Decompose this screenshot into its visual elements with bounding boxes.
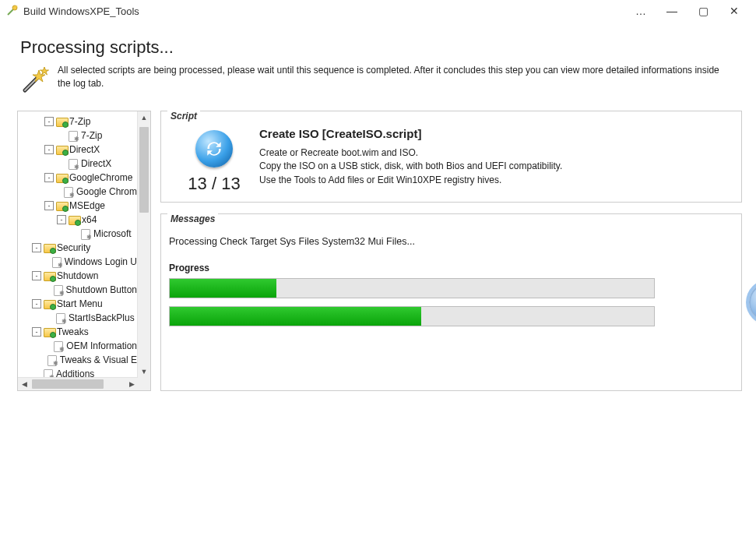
tree-item-label: 7-Zip xyxy=(81,130,102,141)
tree-item[interactable]: -Start Menu xyxy=(18,297,137,311)
folder-icon xyxy=(44,243,55,252)
tree-item[interactable]: Windows Login U xyxy=(18,255,137,269)
scroll-down-arrow-icon[interactable]: ▼ xyxy=(138,365,150,378)
tree-item[interactable]: -DirectX xyxy=(18,143,137,157)
maximize-button[interactable]: ▢ xyxy=(687,2,719,20)
scroll-left-arrow-icon[interactable]: ◀ xyxy=(18,380,30,388)
refresh-arrows-icon xyxy=(195,130,233,167)
folder-icon xyxy=(44,271,55,280)
tree-item-label: Security xyxy=(57,242,90,253)
collapse-toggle-icon[interactable]: - xyxy=(44,173,54,182)
folder-icon xyxy=(56,117,67,126)
collapse-toggle-icon[interactable]: - xyxy=(32,327,41,337)
scroll-up-arrow-icon[interactable]: ▲ xyxy=(138,111,150,124)
current-message: Processing Check Target Sys Files System… xyxy=(169,236,733,247)
tree-item[interactable]: -x64 xyxy=(18,213,137,227)
script-tree-panel: -7-Zip7-Zip-DirectXDirectX-GoogleChromeG… xyxy=(17,111,151,391)
app-icon xyxy=(6,5,19,17)
minimize-button[interactable]: — xyxy=(656,2,687,20)
script-file-icon xyxy=(51,257,62,266)
tree-item[interactable]: Tweaks & Visual E xyxy=(18,353,137,367)
script-file-icon xyxy=(63,187,74,196)
tree-item[interactable]: -Shutdown xyxy=(18,269,137,283)
progress-label: Progress xyxy=(169,263,733,273)
current-script-description: Create or Recreate boot.wim and ISO. Cop… xyxy=(259,146,562,187)
tree-item-label: DirectX xyxy=(69,144,100,155)
progress-bar-overall xyxy=(169,306,655,326)
tree-item-label: DirectX xyxy=(81,158,111,169)
script-file-icon xyxy=(68,131,79,140)
page-description: All selected scripts are being processed… xyxy=(58,64,719,90)
progress-fill-overall xyxy=(170,307,421,326)
progress-bar-step xyxy=(169,278,655,298)
tree-item-label: GoogleChrome xyxy=(69,172,132,183)
folder-icon xyxy=(56,145,67,154)
folder-icon xyxy=(69,215,79,224)
tree-item-label: Shutdown xyxy=(57,270,98,281)
scroll-thumb[interactable] xyxy=(139,127,149,213)
progress-fill-step xyxy=(170,279,276,298)
tree-item-label: Tweaks & Visual E xyxy=(60,354,137,365)
script-file-icon xyxy=(47,355,58,365)
page-header: Processing scripts... All selected scrip… xyxy=(0,22,756,103)
tree-item-label: OEM Information xyxy=(66,340,137,351)
tree-item[interactable]: -Tweaks xyxy=(18,325,137,339)
folder-icon xyxy=(44,327,55,337)
script-panel-title: Script xyxy=(167,111,200,122)
tree-item-label: MSEdge xyxy=(69,200,105,211)
scroll-right-arrow-icon[interactable]: ▶ xyxy=(125,380,138,388)
wizard-wand-icon xyxy=(20,64,51,95)
collapse-toggle-icon[interactable]: - xyxy=(44,145,54,154)
tree-item[interactable]: StartIsBackPlus xyxy=(18,311,137,325)
scroll-thumb-horizontal[interactable] xyxy=(32,379,104,389)
messages-panel-title: Messages xyxy=(167,213,218,224)
messages-panel: Messages Processing Check Target Sys Fil… xyxy=(160,213,742,391)
tree-item-label: Start Menu xyxy=(57,298,103,309)
tree-item-label: StartIsBackPlus xyxy=(69,312,135,323)
close-button[interactable]: ✕ xyxy=(719,2,750,20)
collapse-toggle-icon[interactable]: - xyxy=(57,215,66,224)
tree-item[interactable]: -GoogleChrome xyxy=(18,171,137,185)
tree-item-label: Shutdown Button xyxy=(66,284,137,295)
tree-horizontal-scrollbar[interactable]: ◀ ▶ xyxy=(18,377,138,390)
collapse-toggle-icon[interactable]: - xyxy=(32,243,41,252)
tree-item[interactable]: -MSEdge xyxy=(18,199,137,213)
tree-item[interactable]: Google Chrom xyxy=(18,185,137,199)
script-file-icon xyxy=(80,229,91,238)
tree-item-label: Microsoft xyxy=(93,228,132,239)
window-title: Build WindowsXPE_Tools xyxy=(23,5,139,17)
folder-icon xyxy=(44,299,55,308)
tree-item[interactable]: -7-Zip xyxy=(18,115,137,129)
cancel-button[interactable]: X xyxy=(749,283,756,322)
script-file-icon xyxy=(53,285,64,294)
tree-item-label: Tweaks xyxy=(57,326,89,337)
folder-icon xyxy=(56,173,67,182)
script-tree[interactable]: -7-Zip7-Zip-DirectXDirectX-GoogleChromeG… xyxy=(18,111,137,390)
more-button[interactable]: … xyxy=(625,2,656,20)
collapse-toggle-icon[interactable]: - xyxy=(32,271,41,280)
page-heading: Processing scripts... xyxy=(20,37,736,58)
tree-item[interactable]: Shutdown Button xyxy=(18,283,137,297)
collapse-toggle-icon[interactable]: - xyxy=(32,299,41,308)
tree-item-label: Google Chrom xyxy=(76,186,137,197)
tree-item[interactable]: DirectX xyxy=(18,157,137,171)
tree-item-label: x64 xyxy=(82,214,97,225)
collapse-toggle-icon[interactable]: - xyxy=(44,201,54,210)
script-progress-count: 13 / 13 xyxy=(169,174,259,194)
script-file-icon xyxy=(68,159,79,168)
script-panel: Script 13 / 13 Create ISO [CreateISO.scr… xyxy=(160,111,742,203)
tree-item-label: Windows Login U xyxy=(65,256,137,267)
current-script-title: Create ISO [CreateISO.script] xyxy=(259,127,562,140)
script-file-icon xyxy=(55,313,66,323)
folder-icon xyxy=(56,201,67,210)
tree-item[interactable]: Microsoft xyxy=(18,227,137,241)
tree-vertical-scrollbar[interactable]: ▲ ▼ xyxy=(137,111,150,390)
tree-item[interactable]: OEM Information xyxy=(18,339,137,353)
tree-item[interactable]: -Security xyxy=(18,241,137,255)
script-file-icon xyxy=(53,341,64,351)
tree-item-label: 7-Zip xyxy=(69,116,90,127)
tree-item[interactable]: 7-Zip xyxy=(18,129,137,143)
collapse-toggle-icon[interactable]: - xyxy=(44,117,54,126)
window-titlebar: Build WindowsXPE_Tools … — ▢ ✕ xyxy=(0,0,756,22)
